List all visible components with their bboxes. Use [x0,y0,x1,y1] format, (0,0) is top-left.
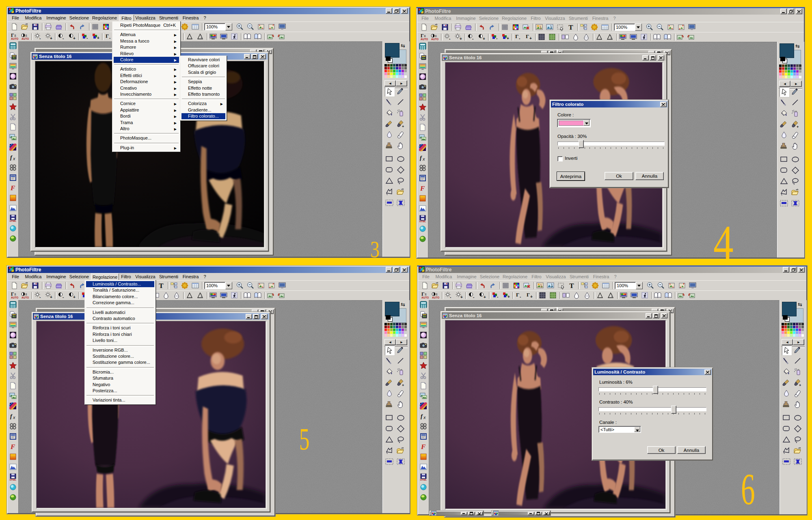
svg-text:T: T [569,282,574,290]
svg-text:-: - [472,37,473,41]
svg-text:+: + [507,36,509,41]
svg-text:±: ± [14,292,16,296]
svg-text:+: + [73,295,76,299]
svg-text:±: ± [14,33,16,37]
svg-text:+: + [529,36,532,41]
svg-text:x: x [13,415,15,420]
svg-text:±: ± [435,34,437,38]
svg-text:T: T [159,282,164,290]
svg-text:+: + [460,295,463,299]
svg-text:-: - [496,36,497,41]
svg-text:+: + [460,37,462,41]
svg-text:-: - [519,36,520,41]
svg-text:-: - [449,37,450,41]
svg-text:-: - [63,36,64,41]
svg-text:AUTO: AUTO [11,296,18,299]
svg-text:x: x [423,415,426,420]
svg-text:F: F [420,185,425,192]
svg-text:+: + [530,294,533,299]
svg-text:x: x [422,157,425,161]
svg-text:Γ: Γ [527,292,530,298]
svg-text:Γ: Γ [106,33,109,39]
svg-text:f: f [10,413,13,419]
svg-text:-: - [450,295,451,299]
svg-text:+: + [402,125,404,129]
svg-text:x: x [13,156,15,161]
svg-text:±: ± [25,292,27,296]
svg-text:+: + [508,294,510,299]
svg-text:AUTO: AUTO [22,296,29,299]
svg-text:±: ± [425,292,427,296]
svg-text:-: - [497,294,498,299]
svg-text:-: - [39,36,41,41]
svg-text:±: ± [25,33,27,37]
svg-text:+: + [50,295,52,299]
svg-text:AUTO: AUTO [22,37,29,40]
svg-text:Γ: Γ [526,33,529,39]
svg-text:AUTO: AUTO [11,37,18,40]
svg-text:HTML: HTML [420,479,427,481]
svg-text:Γ: Γ [516,292,519,298]
svg-text:-: - [520,294,521,299]
svg-text:+: + [73,36,76,41]
svg-text:HTML: HTML [419,220,426,223]
svg-text:+: + [97,36,99,40]
svg-text:AUTO: AUTO [432,296,439,299]
svg-text:±: ± [436,292,438,296]
svg-text:AUTO: AUTO [431,38,438,41]
svg-text:+: + [797,125,799,129]
svg-text:-: - [39,295,41,299]
svg-text:+: + [799,383,801,387]
svg-text:T: T [568,24,573,31]
svg-text:HTML: HTML [10,479,17,481]
svg-text:±: ± [424,34,426,38]
svg-text:-: - [86,36,88,40]
svg-text:F: F [421,443,426,450]
svg-text:F: F [10,443,15,450]
svg-text:f: f [420,155,422,161]
svg-text:-: - [473,295,474,299]
svg-text:+: + [483,37,485,41]
svg-text:HTML: HTML [10,220,17,222]
svg-text:-: - [109,36,110,40]
svg-text:f: f [10,155,13,161]
svg-text:Γ: Γ [515,33,518,39]
svg-text:-: - [63,295,64,299]
svg-text:+: + [484,295,486,299]
svg-text:f: f [421,413,423,419]
svg-text:+: + [402,383,404,387]
svg-text:AUTO: AUTO [421,296,429,299]
svg-text:AUTO: AUTO [421,38,428,41]
svg-text:+: + [50,36,52,41]
svg-text:F: F [10,184,15,191]
